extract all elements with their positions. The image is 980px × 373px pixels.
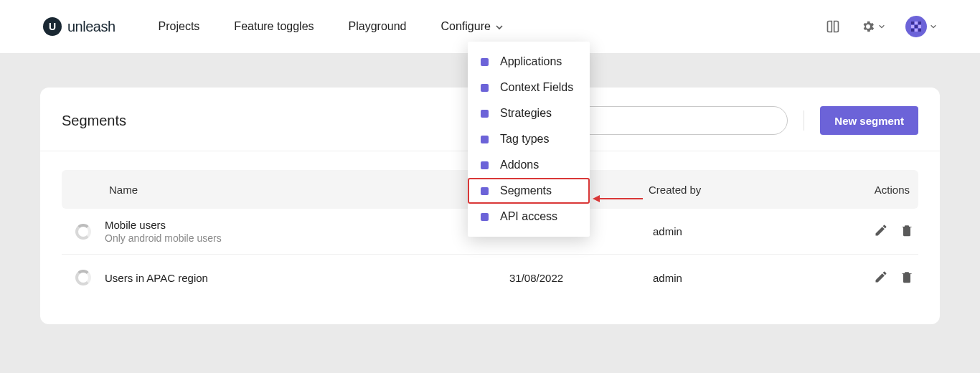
col-actions: Actions [828,184,914,196]
segment-desc: Only android mobile users [105,232,509,244]
annotation-arrow [593,194,643,204]
dd-label: Segments [500,184,552,197]
dd-label: Context Fields [500,81,573,94]
dd-strategies[interactable]: Strategies [468,100,590,126]
brand-mark: U [43,17,62,36]
nav-playground[interactable]: Playground [349,20,407,33]
row-name[interactable]: Mobile users Only android mobile users [105,219,509,244]
row-name[interactable]: Users in APAC region [105,272,509,284]
segment-icon [62,224,105,240]
bullet-icon [481,161,489,169]
nav-configure-label: Configure [441,20,491,33]
dd-applications[interactable]: Applications [468,49,590,75]
segment-icon [62,270,105,285]
dd-context-fields[interactable]: Context Fields [468,75,590,100]
bullet-icon [481,213,489,221]
bullet-icon [481,187,489,195]
nav-feature-toggles[interactable]: Feature toggles [234,20,314,33]
row-created-by: admin [653,272,832,284]
segment-name: Users in APAC region [105,272,509,284]
bullet-icon [481,84,489,92]
table-row: Users in APAC region 31/08/2022 admin [62,255,918,301]
brand-logo[interactable]: U unleash [43,17,116,36]
nav-projects[interactable]: Projects [159,20,200,33]
dd-addons[interactable]: Addons [468,152,590,178]
delete-icon[interactable] [900,223,914,240]
main-nav: Projects Feature toggles Playground Conf… [159,20,502,33]
svg-marker-3 [593,195,600,202]
row-created-by: admin [653,225,832,237]
dd-tag-types[interactable]: Tag types [468,126,590,152]
new-segment-button[interactable]: New segment [820,106,918,135]
col-created-by[interactable]: Created by [649,184,828,196]
dd-segments[interactable]: Segments [468,178,590,204]
nav-configure[interactable]: Configure [441,20,502,33]
avatar [905,16,927,37]
edit-icon[interactable] [874,270,888,286]
row-created: 31/08/2022 [509,272,653,284]
dd-api-access[interactable]: API access [468,204,590,230]
bullet-icon [481,110,489,118]
settings-icon[interactable] [861,19,885,34]
configure-dropdown: Applications Context Fields Strategies T… [468,42,590,237]
bullet-icon [481,58,489,66]
docs-icon[interactable] [825,19,841,34]
edit-icon[interactable] [874,223,888,240]
topbar-right [825,16,937,37]
brand-name: unleash [67,19,116,35]
dd-label: Addons [500,159,539,171]
dd-label: Strategies [500,107,552,120]
bullet-icon [481,136,489,143]
dd-label: API access [500,210,557,223]
col-name[interactable]: Name [109,184,505,196]
page-title: Segments [62,113,126,129]
chevron-down-icon [495,23,502,30]
divider [804,110,804,131]
delete-icon[interactable] [900,270,914,286]
dd-label: Tag types [500,133,549,146]
dd-label: Applications [500,55,562,68]
user-menu[interactable] [905,16,937,37]
segment-name: Mobile users [105,219,509,231]
